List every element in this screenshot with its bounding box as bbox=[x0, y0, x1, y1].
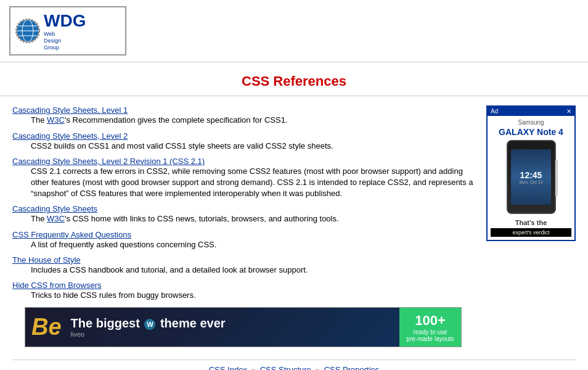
css-home-link[interactable]: Cascading Style Sheets bbox=[12, 204, 97, 213]
house-of-style-description: Includes a CSS handbook and tutorial, an… bbox=[12, 265, 474, 276]
css21-link[interactable]: Cascading Style Sheets, Level 2 Revision… bbox=[12, 157, 205, 166]
footer-css-index-link[interactable]: CSS Index bbox=[209, 365, 247, 370]
separator-2: ~ bbox=[315, 365, 322, 370]
ad-subtitle: liveo bbox=[71, 331, 396, 338]
ad-be-text: Be bbox=[25, 314, 68, 340]
phone-time: 12:45 bbox=[520, 170, 542, 180]
logo-wdg: WDG bbox=[44, 11, 86, 31]
house-of-style-link[interactable]: The House of Style bbox=[12, 255, 81, 265]
css-faq-link[interactable]: CSS Frequently Asked Questions bbox=[12, 230, 131, 239]
css-faq-description: A list of frequently asked questions con… bbox=[12, 239, 474, 250]
list-item: The House of Style Includes a CSS handbo… bbox=[12, 255, 474, 276]
list-item: Hide CSS from Browsers Tricks to hide CS… bbox=[12, 281, 474, 301]
ad-layouts-text: pre-made layouts bbox=[406, 335, 455, 342]
hide-css-link[interactable]: Hide CSS from Browsers bbox=[12, 281, 101, 290]
footer-links-row-1: CSS Index ~ CSS Structure ~ CSS Properti… bbox=[12, 360, 576, 370]
w3c-link-1[interactable]: W3C bbox=[47, 115, 65, 125]
css2-link[interactable]: Cascading Style Sheets, Level 2 bbox=[12, 131, 128, 141]
phone-screen: 12:45 Mon, Oct 13 bbox=[511, 149, 551, 205]
wordpress-icon: W bbox=[144, 319, 155, 330]
main-content: Cascading Style Sheets, Level 1 The W3C'… bbox=[0, 96, 588, 360]
sidebar-right: Ad ✕ Samsung GALAXY Note 4 12:45 Mon, Oc… bbox=[486, 105, 576, 353]
stylus bbox=[555, 160, 558, 197]
sidebar-ad[interactable]: Ad ✕ Samsung GALAXY Note 4 12:45 Mon, Oc… bbox=[486, 105, 576, 241]
sidebar-ad-top-bar: Ad ✕ bbox=[488, 107, 574, 116]
globe-icon bbox=[15, 18, 40, 43]
phone-date: Mon, Oct 13 bbox=[519, 180, 542, 184]
ad-label: Ad bbox=[491, 108, 498, 115]
brand-text: Samsung bbox=[491, 119, 571, 126]
footer-css-structure-link[interactable]: CSS Structure bbox=[260, 365, 311, 370]
logo-container[interactable]: WDG Web Design Group bbox=[9, 6, 126, 56]
css1-description: The W3C's Recommendation gives the compl… bbox=[12, 115, 474, 126]
ad-bottom-text: expert's verdict bbox=[491, 228, 571, 237]
ad-middle-title: The biggest W theme ever bbox=[71, 316, 396, 331]
css-home-description: The W3C's CSS home with links to CSS new… bbox=[12, 213, 474, 224]
phone-image: 12:45 Mon, Oct 13 bbox=[507, 140, 556, 214]
sidebar-ad-content: Samsung GALAXY Note 4 12:45 Mon, Oct 13 … bbox=[488, 116, 574, 240]
list-item: CSS Frequently Asked Questions A list of… bbox=[12, 230, 474, 250]
logo-tagline: Web Design Group bbox=[44, 31, 86, 51]
ad-right-section: 100+ ready to use pre-made layouts bbox=[399, 308, 461, 347]
w3c-link-2[interactable]: W3C bbox=[47, 214, 65, 223]
list-item: Cascading Style Sheets, Level 2 CSS2 bui… bbox=[12, 131, 474, 152]
ad-count: 100+ bbox=[406, 313, 455, 329]
page-title-section: CSS References bbox=[0, 62, 588, 96]
model-text: GALAXY Note 4 bbox=[491, 127, 571, 137]
css2-description: CSS2 builds on CSS1 and most valid CSS1 … bbox=[12, 141, 474, 152]
ad-ready-text: ready to use bbox=[406, 329, 455, 335]
list-item: Cascading Style Sheets, Level 2 Revision… bbox=[12, 157, 474, 200]
list-item: Cascading Style Sheets, Level 1 The W3C'… bbox=[12, 105, 474, 126]
footer-css-properties-link[interactable]: CSS Properties bbox=[324, 365, 380, 370]
content-left: Cascading Style Sheets, Level 1 The W3C'… bbox=[12, 105, 486, 353]
list-item: Cascading Style Sheets The W3C's CSS hom… bbox=[12, 204, 474, 224]
header: WDG Web Design Group bbox=[0, 0, 588, 62]
separator-1: ~ bbox=[251, 365, 258, 370]
ad-middle-section: The biggest W theme ever liveo bbox=[68, 313, 399, 341]
css1-link[interactable]: Cascading Style Sheets, Level 1 bbox=[12, 105, 128, 115]
bottom-ad-banner[interactable]: Be The biggest W theme ever liveo 100+ r… bbox=[25, 307, 462, 347]
css21-description: CSS 2.1 corrects a few errors in CSS2, w… bbox=[12, 166, 474, 200]
close-icon[interactable]: ✕ bbox=[566, 108, 571, 115]
page-title: CSS References bbox=[0, 73, 588, 89]
hide-css-description: Tricks to hide CSS rules from buggy brow… bbox=[12, 290, 474, 301]
ad-tagline: That’s the bbox=[491, 217, 571, 228]
